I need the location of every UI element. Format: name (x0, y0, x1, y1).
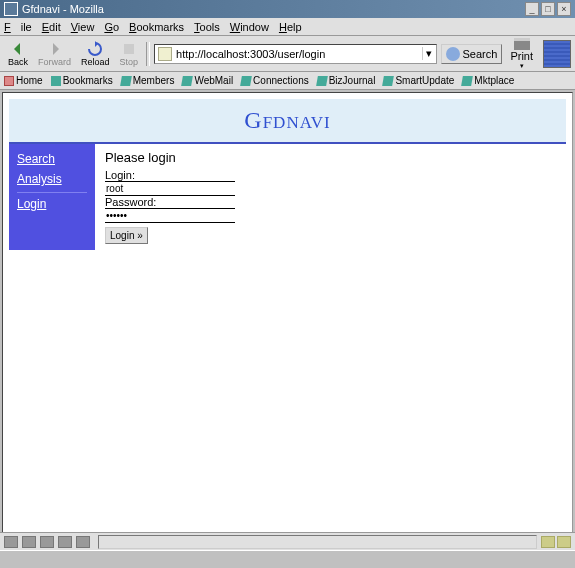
search-button[interactable]: Search (441, 44, 503, 64)
menu-bar: File Edit View Go Bookmarks Tools Window… (0, 18, 575, 36)
composer-icon[interactable] (40, 536, 54, 548)
page-icon (120, 76, 132, 86)
separator (146, 42, 150, 66)
sidebar-analysis[interactable]: Analysis (17, 172, 87, 186)
linkbar-home[interactable]: Home (4, 75, 43, 86)
page-icon (383, 76, 395, 86)
sidebar-divider (17, 192, 87, 193)
url-dropdown[interactable]: ▾ (422, 47, 436, 60)
password-label: Password: (105, 196, 156, 208)
online-icon[interactable] (541, 536, 555, 548)
menu-help[interactable]: Help (279, 21, 302, 33)
linkbar-mktplace[interactable]: Mktplace (462, 75, 514, 86)
linkbar-bookmarks[interactable]: Bookmarks (51, 75, 113, 86)
search-icon (446, 47, 460, 61)
sidebar-login[interactable]: Login (17, 197, 87, 211)
login-button[interactable]: Login » (105, 227, 148, 244)
sidebar-search[interactable]: Search (17, 152, 87, 166)
back-button[interactable]: Back (4, 40, 32, 68)
home-icon (4, 76, 14, 86)
security-icon[interactable] (557, 536, 571, 548)
page-icon (182, 76, 194, 86)
password-input[interactable] (105, 208, 235, 223)
forward-button[interactable]: Forward (34, 40, 75, 68)
linkbar-smartupdate[interactable]: SmartUpdate (383, 75, 454, 86)
page-icon (158, 47, 172, 61)
irc-icon[interactable] (76, 536, 90, 548)
back-icon (10, 41, 26, 57)
maximize-button[interactable]: □ (541, 2, 555, 16)
status-bar (0, 532, 575, 550)
window-title: Gfdnavi - Mozilla (22, 3, 523, 15)
reload-icon (87, 41, 103, 57)
navigator-icon[interactable] (4, 536, 18, 548)
taskbar (0, 550, 575, 568)
bookmark-icon (51, 76, 61, 86)
content-area: Gfdnavi Search Analysis Login Please log… (2, 92, 573, 542)
login-input[interactable] (105, 181, 235, 196)
minimize-button[interactable]: _ (525, 2, 539, 16)
status-text (98, 535, 537, 549)
forward-icon (47, 41, 63, 57)
menu-file[interactable]: File (4, 21, 32, 33)
url-input[interactable] (175, 47, 421, 61)
page-icon (461, 76, 473, 86)
print-icon (514, 38, 530, 50)
page-icon (316, 76, 328, 86)
login-label: Login: (105, 169, 135, 181)
print-button[interactable]: Print ▾ (506, 37, 537, 71)
throbber-icon (543, 40, 571, 68)
menu-view[interactable]: View (71, 21, 95, 33)
menu-window[interactable]: Window (230, 21, 269, 33)
menu-edit[interactable]: Edit (42, 21, 61, 33)
app-title: Gfdnavi (17, 107, 558, 134)
linkbar-members[interactable]: Members (121, 75, 175, 86)
main-panel: Please login Login: Password: Login » (95, 144, 566, 250)
addressbook-icon[interactable] (58, 536, 72, 548)
sidebar: Search Analysis Login (9, 144, 95, 250)
close-button[interactable]: × (557, 2, 571, 16)
linkbar-bizjournal[interactable]: BizJournal (317, 75, 376, 86)
linkbar-connections[interactable]: Connections (241, 75, 309, 86)
linkbar-webmail[interactable]: WebMail (182, 75, 233, 86)
link-bar: Home Bookmarks Members WebMail Connectio… (0, 72, 575, 90)
menu-tools[interactable]: Tools (194, 21, 220, 33)
form-heading: Please login (105, 150, 556, 165)
mail-icon[interactable] (22, 536, 36, 548)
menu-bookmarks[interactable]: Bookmarks (129, 21, 184, 33)
page-icon (240, 76, 252, 86)
toolbar: Back Forward Reload Stop ▾ Search Print … (0, 36, 575, 72)
reload-button[interactable]: Reload (77, 40, 114, 68)
url-bar[interactable]: ▾ (154, 44, 436, 64)
menu-go[interactable]: Go (104, 21, 119, 33)
app-icon (4, 2, 18, 16)
banner: Gfdnavi (9, 99, 566, 144)
svg-rect-0 (124, 44, 134, 54)
stop-button[interactable]: Stop (116, 40, 143, 68)
stop-icon (121, 41, 137, 57)
